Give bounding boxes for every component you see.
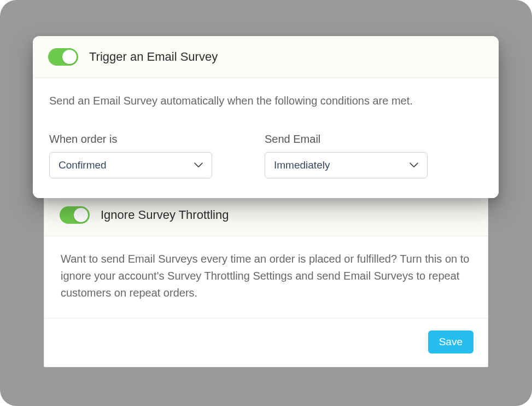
throttling-title: Ignore Survey Throttling — [101, 208, 229, 222]
trigger-body: Send an Email Survey automatically when … — [33, 78, 499, 198]
save-button[interactable]: Save — [428, 330, 473, 353]
trigger-card: Trigger an Email Survey Send an Email Su… — [33, 36, 499, 198]
order-status-field: When order is Confirmed — [49, 133, 212, 178]
order-status-label: When order is — [49, 133, 212, 146]
toggle-knob-icon — [62, 50, 77, 64]
send-email-label: Send Email — [265, 133, 428, 146]
throttling-header: Ignore Survey Throttling — [44, 194, 488, 236]
trigger-toggle[interactable] — [48, 48, 78, 66]
trigger-header: Trigger an Email Survey — [33, 36, 499, 78]
throttling-body: Want to send Email Surveys every time an… — [44, 236, 488, 318]
throttling-toggle[interactable] — [60, 206, 90, 224]
send-email-select[interactable]: Immediately — [265, 152, 428, 178]
order-status-select[interactable]: Confirmed — [49, 152, 212, 178]
footer: Save — [44, 318, 488, 367]
fields-row: When order is Confirmed Send Email Immed… — [49, 133, 482, 178]
trigger-title: Trigger an Email Survey — [89, 50, 218, 64]
throttling-description: Want to send Email Surveys every time an… — [61, 251, 471, 301]
chevron-down-icon — [194, 163, 203, 168]
toggle-knob-icon — [74, 208, 88, 222]
send-email-field: Send Email Immediately — [265, 133, 428, 178]
send-email-value: Immediately — [274, 159, 330, 171]
throttling-card: Ignore Survey Throttling Want to send Em… — [44, 194, 488, 367]
chevron-down-icon — [410, 163, 418, 168]
trigger-description: Send an Email Survey automatically when … — [49, 92, 482, 109]
order-status-value: Confirmed — [59, 159, 107, 171]
